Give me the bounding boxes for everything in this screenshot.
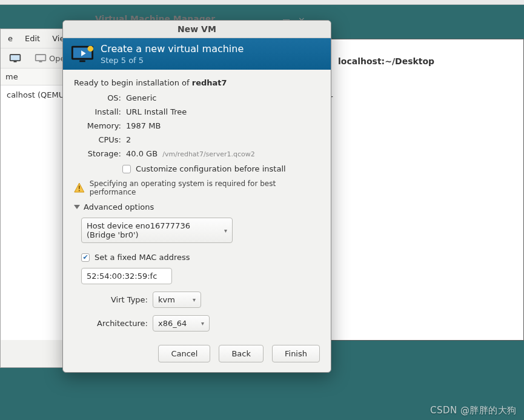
finish-button[interactable]: Finish <box>272 345 320 362</box>
vm-name: redhat7 <box>192 78 227 87</box>
mac-label: Set a fixed MAC address <box>95 253 190 262</box>
dialog-body: Ready to begin installation of redhat7 O… <box>63 70 331 338</box>
advanced-label: Advanced options <box>84 202 154 212</box>
mac-checkbox[interactable] <box>81 253 90 262</box>
os-label: OS: <box>78 93 121 102</box>
monitor-icon <box>9 53 21 63</box>
terminal-window: ge d... ger <box>313 39 524 341</box>
mac-entry[interactable]: 52:54:00:32:59:fc <box>81 268 172 284</box>
os-value: Generic <box>126 93 320 102</box>
memory-label: Memory: <box>78 121 121 130</box>
toolbar-new-vm-button[interactable] <box>4 51 26 65</box>
warning-row: Specifying an operating system is requir… <box>74 179 320 196</box>
memory-value: 1987 MB <box>126 121 320 130</box>
customize-row: Customize configuration before install <box>122 164 320 173</box>
advanced-expander[interactable]: Advanced options <box>74 202 320 212</box>
mac-checkbox-row: Set a fixed MAC address <box>81 253 320 262</box>
warning-icon <box>74 182 85 193</box>
ready-line: Ready to begin installation of redhat7 <box>74 78 320 87</box>
terminal-title: localhost:~/Desktop <box>338 56 434 66</box>
dialog-button-row: Cancel Back Finish <box>63 338 331 372</box>
chevron-down-icon: ▾ <box>201 320 204 327</box>
cpus-label: CPUs: <box>78 135 121 144</box>
svg-rect-4 <box>36 55 45 60</box>
vm-icon <box>70 44 95 64</box>
svg-rect-12 <box>79 185 80 188</box>
watermark: CSDN @胖胖的大狗 <box>430 405 517 416</box>
summary-grid: OS: Generic Install: URL Install Tree Me… <box>78 93 320 158</box>
dialog-title: New VM <box>63 21 331 38</box>
cpus-value: 2 <box>126 135 320 144</box>
virt-type-combo[interactable]: kvm ▾ <box>153 292 201 308</box>
customize-checkbox[interactable] <box>122 165 131 173</box>
menu-file[interactable]: e <box>3 33 18 44</box>
svg-rect-13 <box>79 190 80 192</box>
chevron-down-icon <box>74 205 80 209</box>
storage-path: /vm/redhat7/server1.qcow2 <box>162 150 254 158</box>
svg-rect-2 <box>14 61 17 62</box>
dialog-header-step: Step 5 of 5 <box>101 56 244 65</box>
chevron-down-icon: ▾ <box>224 227 227 234</box>
architecture-combo[interactable]: x86_64 ▾ <box>153 315 210 332</box>
desktop-top-panel <box>0 0 524 5</box>
install-value: URL Install Tree <box>126 107 320 116</box>
network-value: Host device eno16777736 (Bridge 'br0') <box>87 221 219 239</box>
svg-rect-5 <box>39 61 42 62</box>
terminal-output: ge d... ger <box>314 39 523 109</box>
storage-value: 40.0 GB /vm/redhat7/server1.qcow2 <box>126 149 320 158</box>
new-vm-dialog: New VM Create a new virtual machine Step… <box>62 20 331 373</box>
architecture-label: Architecture: <box>81 319 148 328</box>
storage-label: Storage: <box>78 149 121 158</box>
svg-rect-1 <box>11 55 20 60</box>
network-combo[interactable]: Host device eno16777736 (Bridge 'br0') ▾ <box>81 218 233 243</box>
virt-type-label: Virt Type: <box>81 295 148 304</box>
advanced-body: Host device eno16777736 (Bridge 'br0') ▾… <box>74 218 320 332</box>
chevron-down-icon: ▾ <box>193 296 196 303</box>
install-label: Install: <box>78 107 121 116</box>
dialog-header: Create a new virtual machine Step 5 of 5 <box>63 38 331 70</box>
warning-text: Specifying an operating system is requir… <box>90 179 320 196</box>
menu-edit[interactable]: Edit <box>20 33 45 44</box>
back-button[interactable]: Back <box>219 345 264 362</box>
svg-point-9 <box>88 46 94 52</box>
dialog-header-title: Create a new virtual machine <box>101 43 244 55</box>
svg-rect-10 <box>79 60 85 62</box>
monitor-icon <box>35 53 47 63</box>
customize-label: Customize configuration before install <box>136 164 286 173</box>
cancel-button[interactable]: Cancel <box>158 345 210 362</box>
